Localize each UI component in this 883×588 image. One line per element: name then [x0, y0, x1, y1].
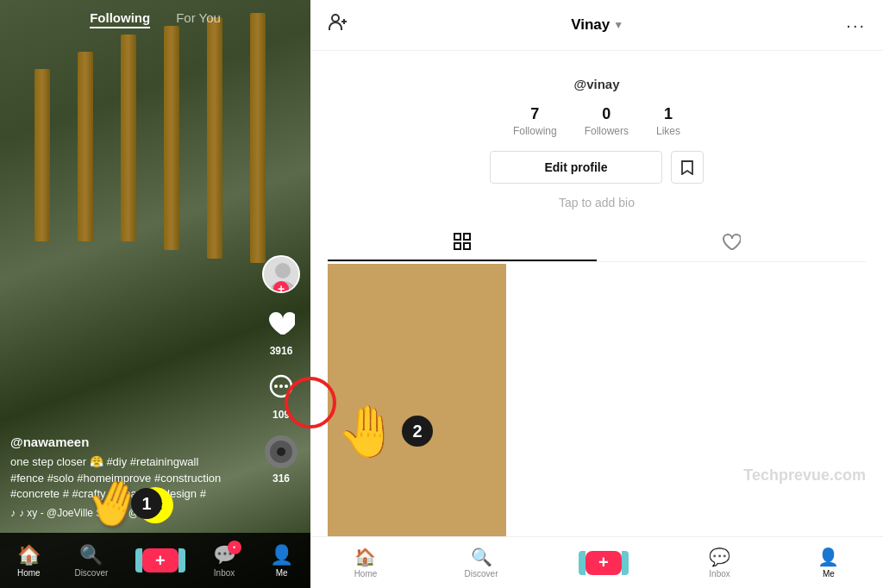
- svg-point-8: [332, 15, 339, 22]
- svg-rect-15: [464, 234, 470, 240]
- me-icon-right: 👤: [817, 547, 839, 567]
- followers-label: Followers: [585, 125, 629, 137]
- edit-profile-button[interactable]: Edit profile: [490, 151, 662, 184]
- bio-placeholder[interactable]: Tap to add bio: [559, 196, 635, 210]
- poster-avatar: +: [262, 255, 300, 293]
- video-actions: + 3916 109: [262, 255, 300, 485]
- add-person-svg: [328, 12, 348, 33]
- inbox-badge: •: [228, 541, 241, 554]
- profile-tabs: [328, 223, 866, 262]
- follow-plus-icon[interactable]: +: [273, 281, 289, 293]
- svg-point-1: [275, 263, 291, 278]
- feed-top-nav: Following For You: [0, 10, 310, 28]
- music-disc-inner: [277, 447, 285, 456]
- share-button[interactable]: 316: [264, 435, 298, 485]
- svg-rect-17: [464, 243, 470, 249]
- comment-icon: [264, 371, 298, 405]
- nav-home-right[interactable]: 🏠 Home: [354, 547, 378, 579]
- liked-icon: [722, 233, 741, 252]
- discover-icon-right: 🔍: [471, 547, 492, 567]
- me-icon-left: 👤: [270, 544, 293, 566]
- profile-title: Vinay ▼: [571, 16, 623, 34]
- nav-discover-right[interactable]: 🔍 Discover: [465, 547, 498, 579]
- left-bottom-nav: 🏠 Home 🔍 Discover + 💬 • Inbox 👤 Me: [0, 533, 310, 588]
- bookmark-svg: [679, 160, 695, 175]
- nav-me-right[interactable]: 👤 Me: [817, 547, 839, 579]
- bookmark-button[interactable]: [671, 151, 704, 184]
- inbox-label-right: Inbox: [709, 569, 730, 579]
- nav-plus-right[interactable]: +: [586, 551, 622, 575]
- dropdown-icon[interactable]: ▼: [613, 19, 623, 31]
- create-button-right[interactable]: +: [586, 551, 622, 575]
- heart-svg: [267, 310, 295, 338]
- fence-decoration: [250, 13, 266, 263]
- video-grid: ▶ 0: [328, 264, 866, 536]
- likes-stat: 1 Likes: [656, 105, 680, 137]
- following-count: 7: [530, 105, 539, 123]
- music-note-icon: ♪: [10, 507, 16, 519]
- thumb-bg: [328, 264, 506, 536]
- share-count: 316: [272, 472, 290, 485]
- fence-decoration: [121, 34, 136, 241]
- left-feed-panel: Following For You + 3916: [0, 0, 310, 588]
- like-button[interactable]: 3916: [264, 307, 298, 357]
- right-bottom-nav: 🏠 Home 🔍 Discover + 💬 Inbox 👤 Me: [310, 536, 883, 588]
- like-count: 3916: [270, 345, 293, 357]
- nav-home-left[interactable]: 🏠 Home: [17, 544, 41, 578]
- post-username[interactable]: @nawameen: [10, 435, 235, 449]
- nav-me-label-left: Me: [276, 568, 288, 578]
- annotation-number-2: 2: [402, 416, 433, 447]
- following-tab[interactable]: Following: [90, 10, 150, 28]
- followers-stat[interactable]: 0 Followers: [585, 105, 629, 137]
- following-stat[interactable]: 7 Following: [513, 105, 557, 137]
- fence-decoration: [207, 17, 222, 259]
- profile-body: @vinay 7 Following 0 Followers 1 Likes E…: [310, 51, 883, 536]
- me-label-right: Me: [823, 569, 835, 579]
- following-label: Following: [513, 125, 557, 137]
- svg-point-5: [274, 385, 278, 388]
- comment-svg: [267, 374, 295, 402]
- annotation-2-container: 🤚 2: [336, 402, 433, 460]
- nav-inbox-right[interactable]: 💬 Inbox: [709, 547, 730, 579]
- videos-tab[interactable]: [328, 223, 597, 261]
- nav-plus-left[interactable]: +: [142, 548, 178, 572]
- add-friend-button[interactable]: [328, 12, 348, 38]
- comment-button[interactable]: 109: [264, 371, 298, 421]
- discover-label-right: Discover: [465, 569, 498, 579]
- nav-discover-label: Discover: [74, 568, 108, 578]
- grid-icon: [453, 232, 472, 251]
- svg-rect-14: [454, 234, 460, 240]
- poster-avatar-container[interactable]: +: [262, 255, 300, 293]
- nav-inbox-left[interactable]: 💬 • Inbox: [213, 544, 236, 578]
- right-profile-panel: Vinay ▼ ··· @vinay 7 Following 0: [310, 0, 883, 588]
- profile-actions: Edit profile: [328, 151, 866, 184]
- profile-name: Vinay: [571, 16, 610, 34]
- comment-count: 109: [272, 409, 290, 421]
- nav-me-left[interactable]: 👤 Me: [270, 544, 293, 578]
- create-button-left[interactable]: +: [142, 548, 178, 572]
- video-thumbnail[interactable]: ▶ 0: [328, 264, 506, 536]
- followers-count: 0: [602, 105, 611, 123]
- liked-tab[interactable]: [597, 223, 866, 261]
- annotation-arrow-2: 🤚: [336, 402, 398, 460]
- svg-point-6: [285, 385, 288, 388]
- inbox-icon-right: 💬: [709, 547, 730, 567]
- nav-discover-left[interactable]: 🔍 Discover: [74, 544, 108, 578]
- home-icon-right: 🏠: [354, 547, 376, 567]
- for-you-tab[interactable]: For You: [176, 10, 221, 28]
- more-options-button[interactable]: ···: [846, 16, 866, 35]
- home-label-right: Home: [354, 569, 378, 579]
- music-disc: [265, 435, 297, 468]
- music-disc-container: [264, 435, 298, 469]
- fence-decoration: [164, 26, 179, 250]
- fence-decoration: [34, 69, 50, 241]
- nav-inbox-label: Inbox: [214, 568, 235, 578]
- home-icon: 🏠: [17, 544, 41, 566]
- profile-username: @vinay: [574, 77, 620, 91]
- nav-home-label: Home: [17, 568, 41, 578]
- fence-decoration: [78, 52, 93, 241]
- profile-header: Vinay ▼ ···: [310, 0, 883, 51]
- annotation-number-1: 1: [131, 488, 162, 519]
- heart-icon: [264, 307, 298, 341]
- profile-stats: 7 Following 0 Followers 1 Likes: [513, 105, 680, 137]
